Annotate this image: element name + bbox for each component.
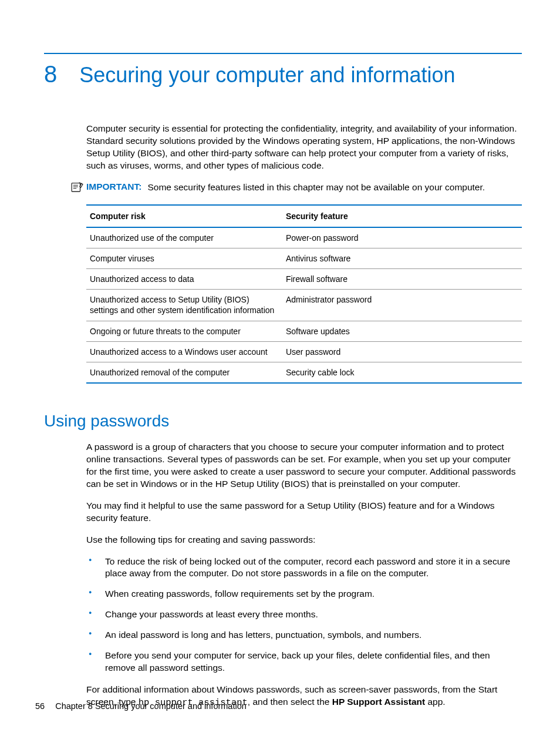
chapter-header: 8 Securing your computer and information [44, 61, 522, 88]
chapter-number: 8 [44, 61, 57, 88]
risk-feature-table: Computer risk Security feature Unauthori… [86, 204, 522, 384]
section-heading-passwords: Using passwords [44, 412, 522, 431]
intro-paragraph: Computer security is essential for prote… [86, 123, 522, 172]
list-item: When creating passwords, follow requirem… [86, 588, 522, 600]
important-icon [71, 182, 84, 192]
list-item: An ideal password is long and has letter… [86, 629, 522, 641]
app-name-bold: HP Support Assistant [332, 697, 425, 707]
table-row: Unauthorized access to dataFirewall soft… [86, 268, 522, 289]
table-row: Unauthorized access to Setup Utility (BI… [86, 290, 522, 321]
footer-text: Chapter 8 Securing your computer and inf… [55, 701, 247, 711]
passwords-p1: A password is a group of characters that… [86, 441, 522, 490]
chapter-rule [44, 53, 522, 54]
table-row: Unauthorized use of the computerPower-on… [86, 227, 522, 248]
important-note: IMPORTANT: Some security features listed… [71, 182, 522, 194]
page-number: 56 [35, 701, 45, 711]
important-text: Some security features listed in this ch… [147, 182, 485, 194]
table-header-risk: Computer risk [86, 205, 282, 227]
table-row: Unauthorized removal of the computerSecu… [86, 362, 522, 383]
table-header-feature: Security feature [282, 205, 522, 227]
list-item: To reduce the risk of being locked out o… [86, 556, 522, 580]
important-label: IMPORTANT: [86, 182, 141, 192]
list-item: Change your passwords at least every thr… [86, 609, 522, 621]
table-row: Unauthorized access to a Windows user ac… [86, 341, 522, 362]
passwords-p3: Use the following tips for creating and … [86, 534, 522, 546]
page-footer: 56 Chapter 8 Securing your computer and … [35, 701, 247, 711]
svg-rect-0 [72, 183, 80, 191]
passwords-p2: You may find it helpful to use the same … [86, 500, 522, 525]
password-tips-list: To reduce the risk of being locked out o… [86, 556, 522, 674]
chapter-title: Securing your computer and information [79, 63, 455, 88]
table-row: Computer virusesAntivirus software [86, 248, 522, 268]
table-row: Ongoing or future threats to the compute… [86, 321, 522, 341]
list-item: Before you send your computer for servic… [86, 650, 522, 674]
